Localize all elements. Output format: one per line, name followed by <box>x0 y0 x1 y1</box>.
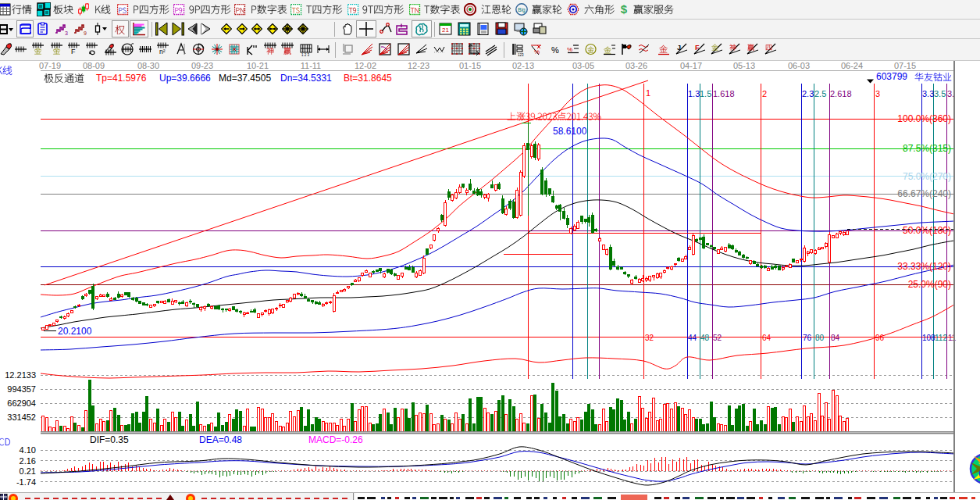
svg-text:Dn=34.5331: Dn=34.5331 <box>280 73 332 84</box>
svg-text:100.0%(360): 100.0%(360) <box>897 113 951 124</box>
svg-text:07-15: 07-15 <box>894 61 916 70</box>
svg-text:07-19: 07-19 <box>39 61 61 70</box>
svg-text:3: 3 <box>875 89 880 98</box>
svg-text:64: 64 <box>762 334 772 342</box>
svg-text:0.21: 0.21 <box>20 466 36 476</box>
svg-text:10-21: 10-21 <box>247 61 269 70</box>
svg-text:2.16: 2.16 <box>20 456 36 466</box>
svg-text:MACD=-0.26: MACD=-0.26 <box>308 434 363 445</box>
svg-text:1 2 3: 1 2 3 <box>301 53 310 57</box>
svg-text:662904: 662904 <box>7 398 36 408</box>
svg-text:Tp=41.5976: Tp=41.5976 <box>96 73 147 84</box>
svg-text:3.: 3. <box>947 89 954 98</box>
svg-text:75.0%(270): 75.0%(270) <box>903 171 951 182</box>
svg-text:52: 52 <box>713 334 722 342</box>
svg-text:32: 32 <box>645 334 654 342</box>
svg-text:2.5: 2.5 <box>814 89 826 98</box>
svg-text:n²: n² <box>159 48 166 55</box>
svg-text:11-11: 11-11 <box>301 61 322 70</box>
svg-text:108: 108 <box>922 334 935 342</box>
svg-text:DIF=0.35: DIF=0.35 <box>90 434 129 445</box>
svg-text:21: 21 <box>442 27 449 34</box>
svg-text:2: 2 <box>762 89 767 98</box>
svg-text:02-13: 02-13 <box>512 61 534 70</box>
svg-text:1.618: 1.618 <box>713 89 735 98</box>
svg-text:$: $ <box>621 2 628 16</box>
svg-text:01-15: 01-15 <box>459 61 481 70</box>
svg-text:12-23: 12-23 <box>408 61 429 70</box>
svg-text:994357: 994357 <box>7 384 36 394</box>
svg-text:1.5: 1.5 <box>700 89 711 98</box>
svg-text:1: 1 <box>646 88 650 98</box>
svg-text:58.6100: 58.6100 <box>553 126 587 137</box>
svg-text:04-17: 04-17 <box>680 61 702 70</box>
svg-text:08-30: 08-30 <box>137 61 159 70</box>
svg-text:25.0%(90): 25.0%(90) <box>908 279 951 290</box>
svg-text:Md=37.4505: Md=37.4505 <box>219 73 271 84</box>
svg-text:11: 11 <box>948 334 957 342</box>
svg-text:03-26: 03-26 <box>625 61 647 70</box>
svg-text:87.5%(315): 87.5%(315) <box>903 143 951 154</box>
svg-text:Up=39.6666: Up=39.6666 <box>159 73 211 84</box>
svg-text:Big: Big <box>518 7 526 13</box>
svg-text:-1.74: -1.74 <box>16 477 36 487</box>
svg-text:08-09: 08-09 <box>83 61 105 70</box>
svg-text:F: F <box>71 48 76 55</box>
svg-text:12.2133: 12.2133 <box>5 370 36 380</box>
svg-text:3.5: 3.5 <box>934 89 946 98</box>
svg-text:44: 44 <box>688 334 697 342</box>
svg-text:9: 9 <box>84 30 87 36</box>
svg-text:66.67%(240): 66.67%(240) <box>897 188 951 199</box>
svg-text:05-13: 05-13 <box>733 61 755 70</box>
svg-text:76: 76 <box>803 334 812 342</box>
svg-text:96: 96 <box>875 334 885 342</box>
svg-text:06-24: 06-24 <box>841 61 863 70</box>
svg-text:F: F <box>695 44 700 52</box>
svg-text:%: % <box>534 48 540 55</box>
svg-text:603799: 603799 <box>876 71 907 82</box>
svg-text:%: % <box>567 46 572 53</box>
svg-text:3.3: 3.3 <box>922 89 934 98</box>
svg-text:4.10: 4.10 <box>20 445 36 455</box>
svg-text:1.3: 1.3 <box>688 89 700 98</box>
svg-text:2.3: 2.3 <box>802 89 814 98</box>
svg-text:09-23: 09-23 <box>191 61 213 70</box>
svg-text:%: % <box>551 45 559 55</box>
svg-text:2.618: 2.618 <box>830 89 852 98</box>
svg-text:331452: 331452 <box>7 412 36 422</box>
svg-text:DEA=0.48: DEA=0.48 <box>199 434 242 445</box>
svg-text:112: 112 <box>935 334 947 342</box>
svg-text:48: 48 <box>700 334 710 342</box>
svg-text:Bt=31.8645: Bt=31.8645 <box>344 73 392 84</box>
svg-text:06-03: 06-03 <box>788 61 810 70</box>
svg-text:03-05: 03-05 <box>572 61 594 70</box>
svg-text:84: 84 <box>831 334 840 342</box>
svg-text:12-02: 12-02 <box>355 61 376 70</box>
svg-text:20.2100: 20.2100 <box>58 326 92 337</box>
svg-text:3: 3 <box>65 30 68 36</box>
svg-text:50.0%(180): 50.0%(180) <box>903 225 951 236</box>
svg-text:33.33%(120): 33.33%(120) <box>897 261 951 272</box>
svg-text:123: 123 <box>518 53 524 57</box>
svg-text:J: J <box>677 44 681 52</box>
svg-text:80: 80 <box>815 334 825 342</box>
